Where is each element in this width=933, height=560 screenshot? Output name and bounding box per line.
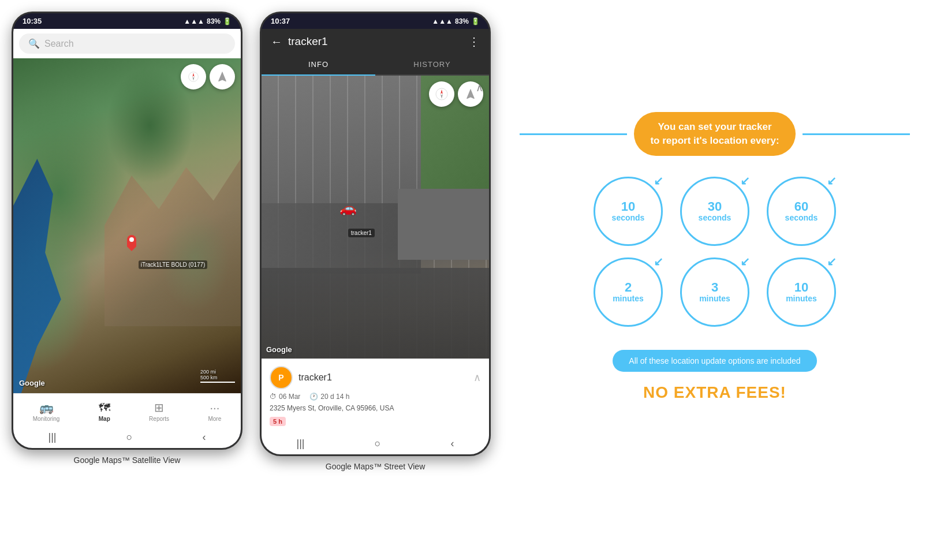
- phone2-status-right: ▲▲▲ 83% 🔋: [432, 17, 480, 25]
- phone2-tabs: INFO HISTORY: [262, 54, 489, 76]
- tracker1-label: tracker1: [348, 229, 375, 237]
- phone2-battery-icon: 🔋: [471, 17, 480, 25]
- interval-3min: 3 minutes: [680, 257, 749, 327]
- phone2-mockup: 10:37 ▲▲▲ 83% 🔋 ← tracker1 ⋮ INFO HISTOR…: [260, 12, 491, 456]
- interval-10min: 10 minutes: [767, 257, 836, 327]
- gesture2-back[interactable]: ‹: [450, 438, 454, 450]
- phone2-title: tracker1: [288, 35, 462, 48]
- navigate-button[interactable]: [210, 64, 235, 89]
- phone1-battery: 83%: [207, 17, 221, 25]
- right-line: [803, 133, 910, 135]
- street-compass-button[interactable]: [429, 81, 454, 107]
- clock-icon: 🕐: [309, 393, 318, 401]
- compass-icon: [188, 71, 199, 83]
- tracker-address: 2325 Myers St, Oroville, CA 95966, USA: [270, 404, 481, 412]
- street-map[interactable]: 🚗 tracker1 Google ∧: [262, 76, 489, 359]
- map-icon: 🗺: [99, 401, 110, 415]
- tracker-info-header: P tracker1 ∧: [270, 366, 481, 389]
- road-bottom: [262, 268, 489, 359]
- interval-2min: 2 minutes: [594, 257, 663, 327]
- phone2-header: ← tracker1 ⋮: [262, 29, 489, 54]
- gesture-back[interactable]: ‹: [202, 431, 206, 443]
- phone1-signal: ▲▲▲: [184, 17, 204, 25]
- monitoring-icon: 🚌: [39, 401, 54, 415]
- reports-icon: ⊞: [154, 401, 164, 415]
- phone1-caption: Google Maps™ Satellite View: [74, 456, 181, 465]
- navigate-icon: [216, 70, 229, 83]
- tracker-info-panel: P tracker1 ∧ ⏱ 06 Mar 🕐 20 d 14 h 2325 M…: [262, 359, 489, 433]
- no-extra-fees-text: All of these location update options are…: [629, 356, 800, 365]
- scale-500km: 500 km: [200, 375, 235, 380]
- intervals-grid: 10 seconds 30 seconds 60 seconds 2 minut…: [594, 177, 836, 327]
- street-compass-icon: [435, 87, 449, 101]
- interval-10sec: 10 seconds: [594, 177, 663, 246]
- nav-map[interactable]: 🗺 Map: [92, 399, 117, 424]
- building-right: [398, 189, 489, 260]
- phone1-bottom-nav: 🚌 Monitoring 🗺 Map ⊞ Reports ··· More: [13, 393, 241, 427]
- more-menu-button[interactable]: ⋮: [468, 35, 480, 48]
- nav-monitoring-label: Monitoring: [33, 416, 60, 422]
- tab-info[interactable]: INFO: [262, 54, 375, 76]
- phone2-signal: ▲▲▲: [432, 17, 453, 25]
- phone1-status-bar: 10:35 ▲▲▲ 83% 🔋: [13, 13, 241, 29]
- meta-date: ⏱ 06 Mar: [270, 393, 300, 401]
- nav-map-label: Map: [99, 416, 110, 422]
- gesture2-menu[interactable]: |||: [297, 438, 305, 450]
- search-icon: 🔍: [28, 38, 40, 49]
- promo-panel: You can set your tracker to report it's …: [508, 12, 921, 502]
- phone2-caption: Google Maps™ Street View: [326, 462, 426, 471]
- street-navigate-icon: [464, 88, 477, 100]
- map-scale: 200 mi 500 km: [200, 369, 235, 383]
- tracker-car: 🚗: [339, 200, 357, 216]
- phone2-status-bar: 10:37 ▲▲▲ 83% 🔋: [262, 13, 489, 29]
- nav-reports[interactable]: ⊞ Reports: [142, 398, 176, 424]
- phone2-time: 10:37: [271, 17, 290, 25]
- interval-30sec: 30 seconds: [680, 177, 749, 246]
- compass-button[interactable]: [181, 64, 206, 89]
- meta-duration: 🕐 20 d 14 h: [309, 393, 349, 401]
- promo-title: You can set your tracker to report it's …: [650, 120, 779, 148]
- promo-title-box: You can set your tracker to report it's …: [634, 112, 795, 156]
- search-placeholder: Search: [44, 39, 74, 49]
- gesture-menu[interactable]: |||: [48, 431, 57, 443]
- nav-more-label: More: [208, 416, 221, 422]
- no-extra-fees-banner: All of these location update options are…: [613, 350, 816, 372]
- gesture2-home[interactable]: ○: [375, 438, 381, 450]
- nav-reports-label: Reports: [149, 416, 169, 422]
- phone2-wrapper: 10:37 ▲▲▲ 83% 🔋 ← tracker1 ⋮ INFO HISTOR…: [260, 12, 491, 471]
- phone1-wrapper: 10:35 ▲▲▲ 83% 🔋 🔍 Search: [12, 12, 242, 465]
- promo-title-row: You can set your tracker to report it's …: [520, 112, 910, 156]
- phone1-time: 10:35: [23, 17, 42, 25]
- satellite-map[interactable]: iTrack1LTE BOLD (0177) Google 200 mi 500…: [13, 58, 241, 393]
- panel-scroll: ∧: [473, 371, 481, 384]
- date-icon: ⏱: [270, 393, 277, 401]
- google-logo-street: Google: [266, 345, 292, 354]
- phone1-gesture-bar: ||| ○ ‹: [13, 427, 241, 448]
- search-input-container[interactable]: 🔍 Search: [19, 33, 235, 54]
- scroll-indicator: ∧: [476, 81, 483, 94]
- no-extra-fees-title: NO EXTRA FEES!: [643, 383, 786, 402]
- more-icon: ···: [210, 401, 220, 415]
- nav-more[interactable]: ··· More: [201, 399, 228, 424]
- phone1-battery-icon: 🔋: [223, 17, 232, 25]
- tracker-name: tracker1: [298, 372, 468, 383]
- tracker-label-satellite: iTrack1LTE BOLD (0177): [139, 260, 208, 269]
- tracker-avatar: P: [270, 366, 293, 389]
- scale-line: [200, 382, 235, 383]
- back-button[interactable]: ←: [271, 35, 282, 48]
- tab-history[interactable]: HISTORY: [375, 54, 489, 74]
- nav-monitoring[interactable]: 🚌 Monitoring: [26, 398, 67, 424]
- scale-200mi: 200 mi: [200, 369, 235, 375]
- google-logo-satellite: Google: [19, 379, 45, 387]
- tracker-pin-satellite: [127, 235, 136, 251]
- tracker-meta: ⏱ 06 Mar 🕐 20 d 14 h: [270, 393, 481, 401]
- interval-60sec: 60 seconds: [767, 177, 836, 246]
- phone2-battery: 83%: [455, 17, 469, 25]
- phone1-search-bar: 🔍 Search: [13, 29, 241, 58]
- phone1-status-right: ▲▲▲ 83% 🔋: [184, 17, 232, 25]
- left-line: [520, 133, 627, 135]
- phone2-gesture-bar: ||| ○ ‹: [262, 433, 489, 454]
- phone1-mockup: 10:35 ▲▲▲ 83% 🔋 🔍 Search: [12, 12, 242, 450]
- gesture-home[interactable]: ○: [126, 431, 133, 443]
- time-badge: 5 h: [270, 417, 286, 426]
